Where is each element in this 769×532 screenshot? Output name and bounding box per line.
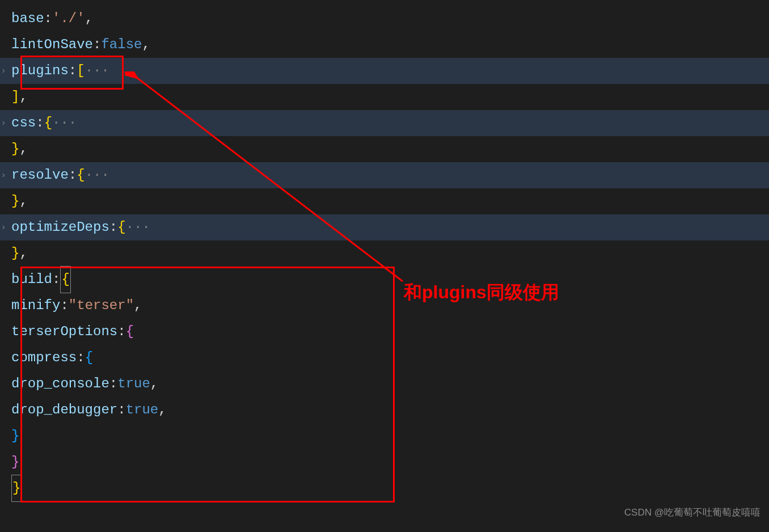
- code-line[interactable]: ],: [0, 84, 769, 110]
- keyword: false: [101, 32, 142, 58]
- colon: :: [69, 162, 77, 188]
- comma: ,: [85, 6, 93, 32]
- property: plugins: [11, 58, 69, 84]
- fold-ellipsis-icon[interactable]: ···: [85, 162, 109, 188]
- property: compress: [11, 345, 77, 371]
- comma: ,: [134, 293, 142, 319]
- fold-arrow-icon[interactable]: ›: [1, 220, 6, 235]
- code-line-folded[interactable]: › css: {···: [0, 110, 769, 136]
- brace: {: [117, 214, 125, 240]
- code-line[interactable]: },: [0, 240, 769, 267]
- property: css: [11, 110, 36, 136]
- fold-ellipsis-icon[interactable]: ···: [52, 110, 77, 136]
- property: base: [11, 6, 44, 32]
- comma: ,: [150, 371, 158, 397]
- property: minify: [11, 293, 60, 319]
- brace: {: [85, 345, 93, 371]
- brace: {: [77, 162, 84, 188]
- code-line[interactable]: },: [0, 188, 769, 214]
- code-line-folded[interactable]: › optimizeDeps: {···: [0, 214, 769, 240]
- colon: :: [60, 293, 68, 319]
- bracket: ]: [11, 84, 19, 110]
- property: drop_console: [11, 371, 109, 397]
- code-line[interactable]: },: [0, 136, 769, 162]
- colon: :: [117, 319, 125, 345]
- code-line[interactable]: }: [0, 449, 769, 475]
- colon: :: [36, 110, 44, 136]
- watermark-text: CSDN @吃葡萄不吐葡萄皮嘻嘻: [624, 504, 760, 522]
- brace: }: [11, 240, 19, 267]
- property: optimizeDeps: [11, 214, 109, 240]
- brace: }: [11, 423, 19, 449]
- string-value: './': [52, 6, 85, 32]
- code-line-folded[interactable]: › resolve: {···: [0, 162, 769, 188]
- code-line[interactable]: drop_console: true,: [0, 371, 769, 397]
- colon: :: [44, 6, 52, 32]
- annotation-label: 和plugins同级使用: [404, 275, 559, 310]
- bracket: [: [77, 58, 84, 84]
- colon: :: [109, 371, 117, 397]
- fold-arrow-icon[interactable]: ›: [1, 116, 6, 131]
- comma: ,: [158, 397, 166, 423]
- fold-ellipsis-icon[interactable]: ···: [126, 214, 150, 240]
- fold-ellipsis-icon[interactable]: ···: [85, 58, 109, 84]
- property: terserOptions: [11, 319, 117, 345]
- property: drop_debugger: [11, 397, 117, 423]
- comma: ,: [19, 136, 27, 162]
- comma: ,: [142, 32, 150, 58]
- brace: }: [11, 475, 22, 502]
- brace: }: [11, 188, 19, 214]
- brace: {: [44, 110, 52, 136]
- keyword: true: [117, 371, 150, 397]
- brace: }: [11, 136, 19, 162]
- code-line[interactable]: base: './',: [0, 6, 769, 32]
- property: lintOnSave: [11, 32, 93, 58]
- brace: {: [60, 266, 70, 293]
- fold-arrow-icon[interactable]: ›: [1, 168, 6, 183]
- comma: ,: [19, 84, 27, 110]
- code-line[interactable]: }: [0, 423, 769, 449]
- fold-arrow-icon[interactable]: ›: [1, 64, 6, 79]
- keyword: true: [126, 397, 159, 423]
- code-line[interactable]: }: [0, 475, 769, 501]
- colon: :: [77, 345, 84, 371]
- brace: }: [11, 449, 19, 475]
- comma: ,: [19, 240, 27, 267]
- code-line[interactable]: build: {: [0, 267, 769, 293]
- comma: ,: [19, 188, 27, 214]
- colon: :: [52, 267, 60, 293]
- property: build: [11, 267, 52, 293]
- code-line[interactable]: terserOptions:{: [0, 319, 769, 345]
- colon: :: [69, 58, 77, 84]
- code-line-folded[interactable]: › plugins: [···: [0, 58, 769, 84]
- code-editor[interactable]: base: './', lintOnSave: false, › plugins…: [0, 0, 769, 501]
- property: resolve: [11, 162, 69, 188]
- code-line[interactable]: lintOnSave: false,: [0, 32, 769, 58]
- colon: :: [93, 32, 101, 58]
- code-line[interactable]: minify: "terser",: [0, 293, 769, 319]
- colon: :: [117, 397, 125, 423]
- code-line[interactable]: drop_debugger: true,: [0, 397, 769, 423]
- string-value: "terser": [69, 293, 134, 319]
- code-line[interactable]: compress:{: [0, 345, 769, 371]
- colon: :: [109, 214, 117, 240]
- brace: {: [126, 319, 134, 345]
